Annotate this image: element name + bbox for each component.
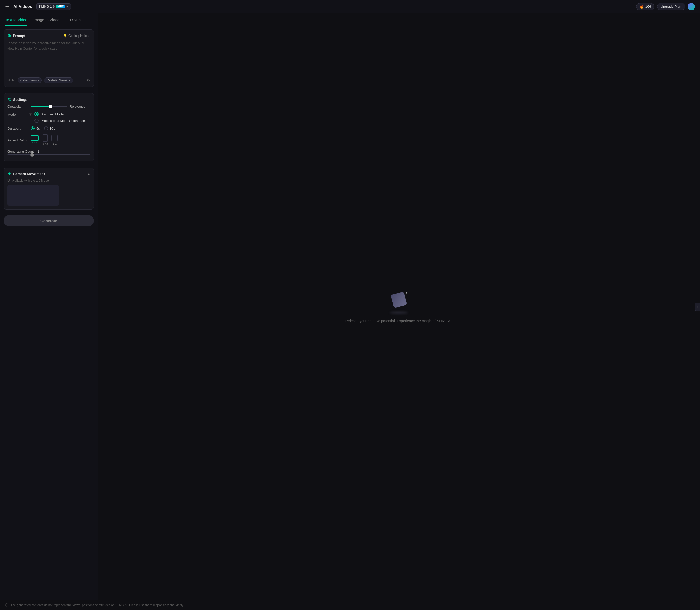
radio-professional-circle	[34, 119, 38, 123]
chevron-down-icon: ▾	[66, 5, 68, 9]
hint-chip-realistic-seaside[interactable]: Realistic Seaside	[44, 78, 73, 83]
hint-chip-cyber-beauty[interactable]: Cyber Beauty	[17, 78, 42, 83]
tab-image-to-video[interactable]: Image to Video	[33, 13, 60, 26]
header-right: 🔥 166 Upgrade Plan	[636, 3, 695, 10]
duration-10s[interactable]: 10s	[44, 126, 55, 130]
prompt-icon: ⊕	[7, 33, 11, 38]
empty-icon-shadow	[390, 312, 408, 314]
radio-5s-circle	[31, 126, 35, 130]
mode-row: Mode ⓘ Standard Mode Professional Mode (…	[7, 112, 90, 123]
version-dropdown[interactable]: KLING 1.6 NEW ▾	[36, 3, 71, 10]
count-slider[interactable]	[7, 155, 90, 156]
right-panel: ✦ Release your creative potential. Exper…	[98, 13, 700, 600]
duration-label: Duration:	[7, 127, 28, 130]
credits-value: 166	[646, 5, 651, 9]
aspect-options: 16:9 9:16 1:1	[31, 134, 58, 146]
aspect-16-9[interactable]: 16:9	[31, 135, 39, 145]
aspect-9-16[interactable]: 9:16	[43, 134, 48, 146]
prompt-textarea[interactable]	[7, 41, 90, 74]
mode-professional[interactable]: Professional Mode (3 trial uses)	[34, 119, 88, 123]
empty-icon-container: ✦	[387, 291, 410, 314]
bulb-icon: 💡	[63, 34, 67, 37]
prompt-header: ⊕ Prompt 💡 Get Inspirations	[7, 33, 90, 38]
relevance-label: Relevance	[69, 105, 90, 108]
count-row: Generating Count: 1	[7, 149, 90, 154]
main-layout: Text to Video Image to Video Lip Sync ⊕ …	[0, 13, 700, 600]
camera-title: ✦ Camera Movement	[7, 172, 45, 176]
tab-lip-sync[interactable]: Lip Sync	[66, 13, 81, 26]
aspect-11-label: 1:1	[53, 142, 56, 145]
menu-icon[interactable]: ☰	[5, 4, 9, 10]
count-label: Generating Count:	[7, 149, 35, 154]
settings-section: ◎ Settings Creativity Relevance Mode ⓘ	[4, 93, 94, 161]
tab-bar: Text to Video Image to Video Lip Sync	[0, 13, 98, 26]
aspect-ratio-label: Aspect Ratio:	[7, 138, 28, 142]
empty-state-text: Release your creative potential. Experie…	[345, 319, 452, 323]
fire-icon: 🔥	[639, 5, 644, 9]
collapse-panel-button[interactable]: «	[695, 303, 700, 311]
prompt-title: ⊕ Prompt	[7, 33, 26, 38]
radio-standard-circle	[34, 112, 38, 116]
count-container: Generating Count: 1	[7, 149, 90, 156]
creativity-slider[interactable]	[31, 106, 67, 107]
refresh-icon[interactable]: ↻	[87, 78, 90, 82]
aspect-916-icon	[43, 134, 48, 142]
aspect-916-label: 9:16	[43, 143, 48, 146]
camera-icon: ✦	[7, 172, 11, 176]
header: ☰ AI Videos KLING 1.6 NEW ▾ 🔥 166 Upgrad…	[0, 0, 700, 13]
empty-box-icon	[391, 292, 407, 308]
version-text: KLING 1.6	[39, 5, 55, 9]
camera-section: ✦ Camera Movement ∧ Unavailable with the…	[4, 167, 94, 209]
camera-unavailable-text: Unavailable with the 1.6 Model	[7, 179, 90, 182]
app-title: AI Videos	[13, 4, 32, 9]
mode-info-icon: ⓘ	[29, 112, 32, 116]
camera-preview	[7, 185, 59, 206]
duration-row: Duration: 5s 10s	[7, 126, 90, 130]
mode-label: Mode	[7, 112, 28, 116]
settings-title: ◎ Settings	[7, 97, 27, 102]
camera-expand-icon[interactable]: ∧	[87, 172, 90, 176]
count-slider-thumb	[30, 153, 34, 157]
camera-header: ✦ Camera Movement ∧	[7, 172, 90, 176]
aspect-ratio-row: Aspect Ratio: 16:9 9:16 1:1	[7, 134, 90, 146]
aspect-169-label: 16:9	[32, 142, 37, 145]
mode-standard[interactable]: Standard Mode	[34, 112, 88, 116]
settings-header: ◎ Settings	[7, 97, 90, 102]
footer: ⓘ The generated contents do not represen…	[0, 600, 700, 610]
creativity-label: Creativity	[7, 105, 28, 108]
aspect-11-icon	[51, 135, 58, 141]
avatar	[688, 3, 695, 10]
generate-btn-container: Generate	[0, 213, 98, 226]
sparkle-icon: ✦	[405, 291, 408, 295]
credits-button[interactable]: 🔥 166	[636, 3, 654, 10]
footer-text: The generated contents do not represent …	[11, 603, 184, 607]
footer-info-icon: ⓘ	[5, 603, 9, 607]
duration-options: 5s 10s	[31, 126, 55, 130]
generate-button[interactable]: Generate	[4, 215, 94, 226]
collapse-icon: «	[696, 305, 698, 309]
slider-thumb	[49, 105, 52, 108]
settings-icon: ◎	[7, 97, 11, 102]
aspect-169-icon	[31, 135, 39, 141]
count-value: 1	[37, 149, 39, 154]
mode-radio-group: Standard Mode Professional Mode (3 trial…	[34, 112, 88, 123]
empty-state: ✦ Release your creative potential. Exper…	[345, 291, 452, 323]
radio-10s-circle	[44, 126, 48, 130]
slider-track	[31, 106, 67, 107]
tab-text-to-video[interactable]: Text to Video	[5, 13, 27, 26]
new-badge: NEW	[56, 5, 65, 8]
prompt-section: ⊕ Prompt 💡 Get Inspirations Hints: Cyber…	[4, 29, 94, 87]
get-inspirations-button[interactable]: 💡 Get Inspirations	[63, 34, 90, 37]
hints-label: Hints:	[7, 79, 15, 82]
creativity-row: Creativity Relevance	[7, 105, 90, 108]
hints-row: Hints: Cyber Beauty Realistic Seaside ↻	[7, 78, 90, 83]
left-panel: Text to Video Image to Video Lip Sync ⊕ …	[0, 13, 98, 600]
upgrade-button[interactable]: Upgrade Plan	[657, 3, 685, 10]
duration-5s[interactable]: 5s	[31, 126, 40, 130]
aspect-1-1[interactable]: 1:1	[51, 135, 58, 145]
